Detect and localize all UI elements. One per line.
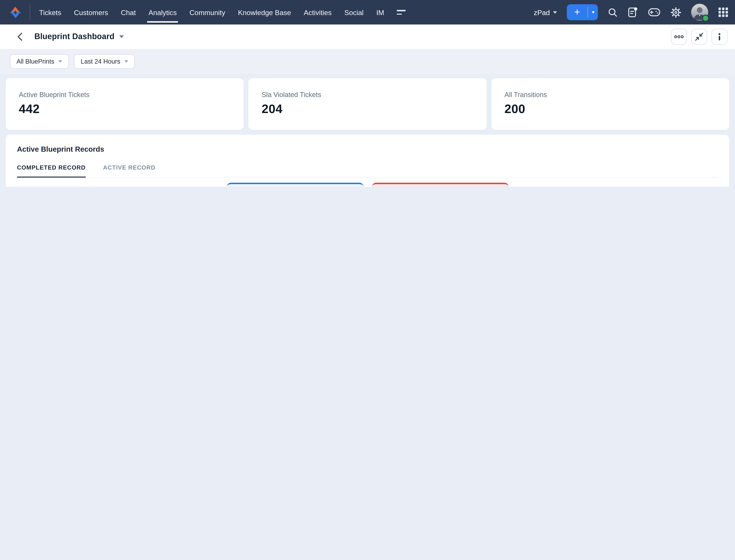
tab-active-record[interactable]: ACTIVE RECORD [103, 164, 155, 177]
nav-item-tickets[interactable]: Tickets [39, 0, 61, 24]
collapse-button[interactable] [691, 29, 707, 45]
nav-item-customers[interactable]: Customers [74, 0, 108, 24]
stat-card-all-transitions[interactable]: All Transitions 200 [491, 78, 729, 130]
time-range-label: Last 24 Hours [81, 58, 120, 65]
record-tabs: COMPLETED RECORDACTIVE RECORD [17, 164, 718, 178]
stats-row: Active Blueprint Tickets 442 Sla Violate… [6, 78, 729, 130]
more-options-button[interactable] [671, 29, 687, 45]
stat-card-active-blueprint-tickets[interactable]: Active Blueprint Tickets 442 [6, 78, 244, 130]
primary-nav: TicketsCustomersChatAnalyticsCommunityKn… [39, 0, 384, 24]
stat-label: Active Blueprint Tickets [19, 91, 230, 98]
nav-item-community[interactable]: Community [189, 0, 225, 24]
tab-completed-record[interactable]: COMPLETED RECORD [17, 164, 86, 177]
chevron-down-icon [59, 60, 62, 63]
nav-item-social[interactable]: Social [344, 0, 364, 24]
records-card-title: Active Blueprint Records [17, 145, 718, 154]
info-button[interactable] [711, 29, 727, 45]
nav-right-cluster: zPad + [534, 4, 728, 21]
user-avatar[interactable] [691, 4, 708, 21]
online-status-dot [702, 15, 709, 22]
blueprint-filter-dropdown[interactable]: All BluePrints [10, 54, 69, 69]
blueprint-filter-label: All BluePrints [16, 58, 54, 65]
dashboard-content: Active Blueprint Tickets 442 Sla Violate… [0, 74, 735, 187]
apps-grid-icon[interactable] [718, 7, 728, 18]
nav-item-im[interactable]: IM [376, 0, 384, 24]
stat-value: 442 [19, 102, 230, 116]
workspace-label: zPad [534, 8, 550, 16]
settings-gear-icon[interactable] [670, 7, 681, 18]
page-header: Blueprint Dashboard [0, 24, 735, 49]
stat-label: Sla Violated Tickets [262, 91, 473, 98]
search-icon[interactable] [608, 7, 618, 17]
plus-icon[interactable]: + [567, 4, 588, 20]
nav-item-chat[interactable]: Chat [121, 0, 136, 24]
brand-logo-icon[interactable] [7, 4, 24, 21]
back-chevron-icon[interactable] [14, 31, 26, 43]
add-button[interactable]: + [567, 4, 598, 20]
chevron-down-icon [124, 60, 128, 63]
page-title: Blueprint Dashboard [34, 32, 114, 41]
top-navbar: TicketsCustomersChatAnalyticsCommunityKn… [0, 0, 735, 24]
nav-item-analytics[interactable]: Analytics [149, 0, 177, 24]
badge-active-blueprint[interactable]: 180Active Blueprint [227, 183, 363, 187]
nav-divider [30, 4, 30, 20]
dashboard-picker-caret-icon[interactable] [119, 35, 124, 38]
record-badges: 180Active Blueprint180State SLA Overdue … [17, 183, 718, 187]
feeds-icon[interactable] [628, 7, 638, 18]
stat-value: 200 [505, 102, 716, 116]
more-modules-icon[interactable] [397, 10, 406, 14]
header-actions [671, 29, 727, 45]
nav-item-activities[interactable]: Activities [304, 0, 332, 24]
chevron-down-icon [553, 11, 557, 14]
stat-label: All Transitions [505, 91, 716, 98]
active-blueprint-records-card: Active Blueprint Records COMPLETED RECOR… [6, 135, 729, 187]
add-options-caret[interactable] [588, 4, 598, 20]
stat-card-sla-violated-tickets[interactable]: Sla Violated Tickets 204 [248, 78, 487, 130]
blueprint-dashboard-app: TicketsCustomersChatAnalyticsCommunityKn… [0, 0, 735, 187]
filter-bar: All BluePrints Last 24 Hours [0, 49, 735, 74]
workspace-switcher[interactable]: zPad [534, 8, 557, 16]
nav-item-knowledge-base[interactable]: Knowledge Base [238, 0, 291, 24]
time-range-dropdown[interactable]: Last 24 Hours [74, 54, 135, 69]
gamescope-icon[interactable] [648, 8, 661, 17]
stat-value: 204 [262, 102, 473, 116]
badge-state-sla-overdue-records[interactable]: 180State SLA Overdue Records [372, 183, 508, 187]
